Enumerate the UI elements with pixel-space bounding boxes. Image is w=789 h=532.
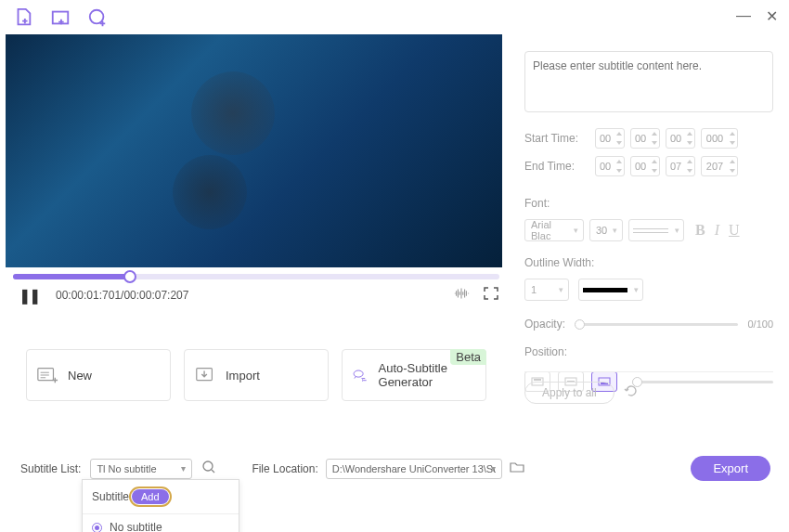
import-subtitle-card[interactable]: Import	[184, 349, 329, 401]
italic-button[interactable]: I	[715, 222, 719, 239]
import-card-label: Import	[226, 369, 260, 383]
opacity-value: 0/100	[747, 318, 773, 330]
waveform-icon[interactable]	[453, 286, 470, 305]
open-folder-icon[interactable]	[510, 461, 524, 476]
svg-point-1	[90, 10, 104, 24]
position-label: Position:	[524, 345, 773, 358]
outline-color-swatch	[583, 288, 627, 292]
subtitle-dropdown-menu: Subtitle Add No subtitle	[82, 479, 239, 532]
end-time-label: End Time:	[524, 160, 589, 173]
apply-to-all-button[interactable]: Apply to all	[524, 382, 614, 404]
start-sec-input[interactable]: 00	[666, 128, 695, 149]
auto-subtitle-card[interactable]: Beta T Auto-Subtitle Generator	[342, 349, 486, 401]
bold-button[interactable]: B	[695, 222, 705, 239]
panel-divider	[524, 371, 773, 372]
font-size-select[interactable]: 30	[589, 219, 623, 241]
position-slider[interactable]	[632, 381, 773, 383]
start-hour-input[interactable]: 00	[595, 128, 625, 149]
close-button[interactable]: ✕	[766, 7, 778, 25]
opacity-thumb[interactable]	[575, 319, 585, 330]
start-time-label: Start Time:	[524, 132, 589, 145]
svg-rect-2	[38, 369, 54, 381]
new-card-label: New	[68, 369, 92, 383]
font-color-select[interactable]	[628, 219, 684, 241]
subtitle-header-label: Subtitle	[92, 490, 129, 503]
opacity-slider[interactable]	[575, 323, 738, 326]
font-color-swatch	[633, 228, 668, 233]
outline-width-label: Outline Width:	[524, 256, 773, 269]
timeline-progress	[13, 274, 130, 279]
add-subtitle-button[interactable]: Add	[132, 489, 169, 504]
file-location-value: D:\Wondershare UniConverter 13\SubEdite	[332, 463, 496, 474]
subtitle-content-input[interactable]	[524, 51, 773, 112]
outline-color-select[interactable]	[578, 279, 643, 301]
no-subtitle-option[interactable]: No subtitle	[83, 514, 239, 532]
svg-point-6	[203, 461, 213, 471]
underline-button[interactable]: U	[729, 222, 740, 239]
svg-text:T: T	[361, 377, 365, 383]
start-min-input[interactable]: 00	[630, 128, 660, 149]
video-preview[interactable]	[6, 34, 502, 267]
opacity-label: Opacity:	[524, 318, 565, 331]
timecode-display: 00:00:01:701/00:00:07:207	[56, 289, 188, 302]
minimize-button[interactable]: —	[736, 7, 751, 25]
font-family-select[interactable]: Arial Blac	[524, 219, 584, 241]
new-subtitle-card[interactable]: New	[26, 349, 171, 401]
search-subtitle-icon[interactable]	[201, 460, 216, 477]
reset-icon[interactable]	[624, 383, 639, 402]
add-frame-icon[interactable]	[50, 7, 71, 32]
beta-badge: Beta	[450, 349, 486, 365]
no-subtitle-label: No subtitle	[110, 521, 162, 532]
timeline-scrubber[interactable]	[13, 274, 499, 279]
add-circle-icon[interactable]	[87, 7, 108, 32]
end-hour-input[interactable]: 00	[595, 156, 625, 176]
end-sec-input[interactable]: 07	[666, 156, 695, 176]
start-ms-input[interactable]: 000	[701, 128, 738, 149]
subtitle-selected-value: Tl No subtitle	[97, 463, 156, 474]
file-location-label: File Location:	[252, 462, 317, 475]
svg-rect-8	[534, 379, 541, 381]
radio-selected-icon	[92, 523, 102, 533]
add-highlight-ring: Add	[129, 487, 172, 507]
font-section-label: Font:	[524, 197, 773, 210]
subtitle-menu-header: Subtitle Add	[83, 480, 239, 514]
timeline-thumb[interactable]	[123, 270, 136, 283]
outline-width-select[interactable]: 1	[524, 279, 569, 301]
pause-button[interactable]: ❚❚	[19, 287, 39, 305]
auto-card-label: Auto-Subtitle Generator	[379, 361, 476, 389]
fullscreen-icon[interactable]	[483, 286, 499, 305]
end-ms-input[interactable]: 207	[701, 156, 738, 176]
subtitle-list-dropdown[interactable]: Tl No subtitle	[90, 459, 192, 479]
end-min-input[interactable]: 00	[630, 156, 660, 176]
add-file-icon[interactable]	[13, 7, 33, 32]
export-button[interactable]: Export	[691, 456, 770, 481]
svg-point-4	[354, 370, 363, 377]
file-location-dropdown[interactable]: D:\Wondershare UniConverter 13\SubEdite	[326, 459, 502, 479]
subtitle-list-label: Subtitle List:	[20, 462, 81, 475]
